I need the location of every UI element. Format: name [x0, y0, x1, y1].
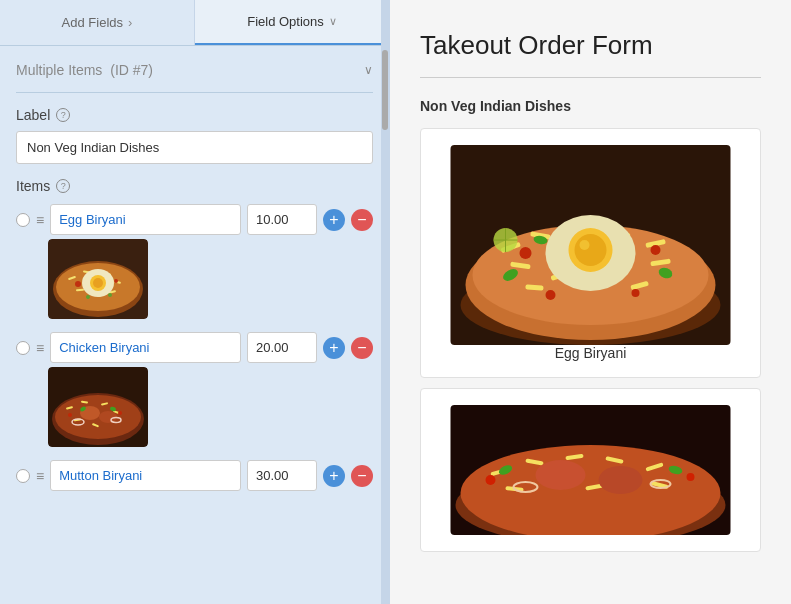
items-row: Items ? — [16, 178, 373, 194]
item-name-input-0[interactable] — [50, 204, 241, 235]
items-help-icon[interactable]: ? — [56, 179, 70, 193]
svg-point-30 — [68, 413, 72, 417]
drag-handle-0[interactable]: ≡ — [36, 212, 44, 228]
item-radio-1[interactable] — [16, 341, 30, 355]
item-price-input-1[interactable] — [247, 332, 317, 363]
item-entry-1: ≡ + − — [16, 332, 373, 450]
svg-point-53 — [520, 247, 532, 259]
tab-field-options-arrow: ∨ — [329, 15, 337, 28]
item-image-0 — [48, 239, 148, 319]
item-remove-button-1[interactable]: − — [351, 337, 373, 359]
food-card-0-name: Egg Biryani — [437, 345, 744, 361]
item-row-2: ≡ + − — [16, 460, 373, 491]
form-divider — [420, 77, 761, 78]
svg-point-31 — [118, 411, 122, 415]
item-row-0: ≡ + − — [16, 204, 373, 235]
svg-point-75 — [599, 466, 643, 494]
label-input[interactable] — [16, 131, 373, 164]
field-type-title: Multiple Items (ID #7) — [16, 62, 153, 78]
item-radio-2[interactable] — [16, 469, 30, 483]
field-header-chevron[interactable]: ∨ — [364, 63, 373, 77]
svg-point-14 — [114, 279, 118, 283]
item-remove-button-0[interactable]: − — [351, 209, 373, 231]
item-remove-button-2[interactable]: − — [351, 465, 373, 487]
svg-point-15 — [86, 295, 90, 299]
label-row: Label ? — [16, 107, 373, 123]
tab-add-fields-arrow: › — [128, 15, 132, 30]
form-title: Takeout Order Form — [420, 30, 761, 61]
field-header: Multiple Items (ID #7) ∨ — [16, 62, 373, 78]
field-divider — [16, 92, 373, 93]
tab-field-options[interactable]: Field Options ∨ — [195, 0, 389, 45]
section-label: Non Veg Indian Dishes — [420, 98, 761, 114]
label-text: Label — [16, 107, 50, 123]
svg-point-51 — [575, 234, 607, 266]
food-card-1 — [420, 388, 761, 552]
item-add-button-2[interactable]: + — [323, 465, 345, 487]
svg-point-16 — [108, 293, 112, 297]
item-entry-0: ≡ + − — [16, 204, 373, 322]
item-image-wrapper-1 — [48, 367, 373, 450]
svg-point-13 — [75, 281, 81, 287]
item-image-wrapper-0 — [48, 239, 373, 322]
scrollbar-thumb[interactable] — [382, 50, 388, 130]
tab-bar: Add Fields › Field Options ∨ — [0, 0, 389, 46]
item-price-input-2[interactable] — [247, 460, 317, 491]
left-content: Multiple Items (ID #7) ∨ Label ? Items ?… — [0, 46, 389, 604]
svg-point-12 — [93, 278, 103, 288]
item-add-button-0[interactable]: + — [323, 209, 345, 231]
item-name-input-2[interactable] — [50, 460, 241, 491]
svg-point-81 — [687, 473, 695, 481]
item-image-1 — [48, 367, 148, 447]
right-panel: Takeout Order Form Non Veg Indian Dishes — [390, 0, 791, 604]
scrollbar[interactable] — [381, 0, 389, 604]
left-panel: Add Fields › Field Options ∨ Multiple It… — [0, 0, 390, 604]
drag-handle-2[interactable]: ≡ — [36, 468, 44, 484]
svg-point-74 — [536, 460, 586, 490]
tab-field-options-label: Field Options — [247, 14, 324, 29]
item-entry-2: ≡ + − — [16, 460, 373, 491]
food-card-image-0 — [437, 145, 744, 345]
tab-add-fields[interactable]: Add Fields › — [0, 0, 195, 45]
svg-point-55 — [546, 290, 556, 300]
svg-point-54 — [651, 245, 661, 255]
items-text: Items — [16, 178, 50, 194]
item-price-input-0[interactable] — [247, 204, 317, 235]
item-add-button-1[interactable]: + — [323, 337, 345, 359]
item-row-1: ≡ + − — [16, 332, 373, 363]
field-id: (ID #7) — [110, 62, 153, 78]
label-help-icon[interactable]: ? — [56, 108, 70, 122]
tab-add-fields-label: Add Fields — [62, 15, 123, 30]
svg-point-52 — [580, 240, 590, 250]
item-radio-0[interactable] — [16, 213, 30, 227]
food-card-0: Egg Biryani — [420, 128, 761, 378]
svg-point-56 — [632, 289, 640, 297]
svg-point-80 — [486, 475, 496, 485]
item-name-input-1[interactable] — [50, 332, 241, 363]
drag-handle-1[interactable]: ≡ — [36, 340, 44, 356]
food-card-image-1 — [437, 405, 744, 535]
